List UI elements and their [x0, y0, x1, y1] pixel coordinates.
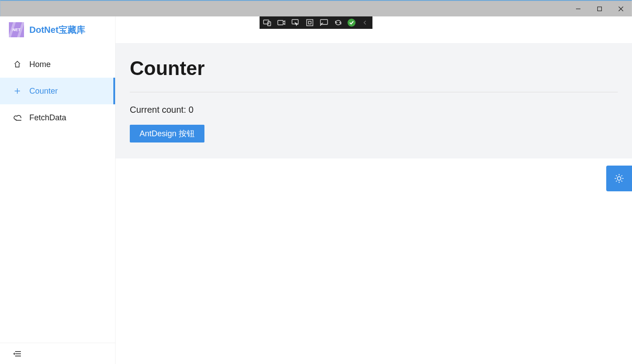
button-label: AntDesign 按钮 [140, 128, 195, 139]
cast-icon[interactable] [319, 18, 329, 28]
brand-logo-icon: NET [9, 22, 24, 37]
count-label: Current count: [130, 105, 188, 115]
increment-button[interactable]: AntDesign 按钮 [130, 125, 204, 142]
svg-rect-6 [278, 20, 283, 25]
divider [130, 92, 618, 92]
window-close-button[interactable] [610, 1, 632, 16]
content-area: Counter Current count: 0 AntDesign 按钮 [116, 16, 632, 364]
dev-toolbar [260, 16, 372, 29]
svg-rect-9 [308, 21, 311, 24]
home-icon [13, 60, 21, 68]
sidebar-item-counter[interactable]: Counter [0, 78, 115, 104]
sidebar-item-label: Home [29, 60, 51, 69]
sidebar-item-label: FetchData [29, 113, 66, 123]
menu-collapse-icon [13, 350, 21, 357]
brand-logo-text: NET [12, 28, 20, 32]
page-title: Counter [130, 57, 618, 79]
sidebar-menu: Home Counter FetchData [0, 43, 115, 343]
window-minimize-button[interactable] [568, 1, 589, 16]
brand-title: DotNet宝藏库 [29, 24, 85, 36]
window-maximize-button[interactable] [589, 1, 610, 16]
sidebar-collapse-button[interactable] [0, 343, 115, 364]
svg-rect-8 [307, 20, 313, 26]
brand-row[interactable]: NET DotNet宝藏库 [0, 16, 115, 43]
content-card: Counter Current count: 0 AntDesign 按钮 [116, 43, 632, 158]
settings-float-button[interactable] [606, 166, 632, 191]
camera-icon[interactable] [276, 18, 286, 28]
box-icon[interactable] [305, 18, 315, 28]
sidebar-item-fetchdata[interactable]: FetchData [0, 104, 115, 131]
count-value: 0 [188, 105, 193, 115]
sidebar: NET DotNet宝藏库 Home Counter Fet [0, 16, 116, 364]
app-main: NET DotNet宝藏库 Home Counter Fet [0, 16, 632, 364]
svg-point-16 [617, 177, 621, 180]
svg-rect-1 [598, 7, 602, 11]
window-titlebar [0, 0, 632, 16]
collapse-icon[interactable] [360, 18, 370, 28]
sidebar-item-home[interactable]: Home [0, 51, 115, 78]
device-preview-icon[interactable] [262, 18, 272, 28]
status-ok-icon[interactable] [348, 19, 356, 27]
count-line: Current count: 0 [130, 105, 618, 115]
sidebar-item-label: Counter [29, 87, 58, 96]
plus-icon [13, 87, 21, 95]
gear-icon [613, 173, 625, 184]
sync-icon[interactable] [333, 18, 343, 28]
pointer-icon[interactable] [291, 18, 300, 28]
cloud-icon [13, 114, 21, 122]
